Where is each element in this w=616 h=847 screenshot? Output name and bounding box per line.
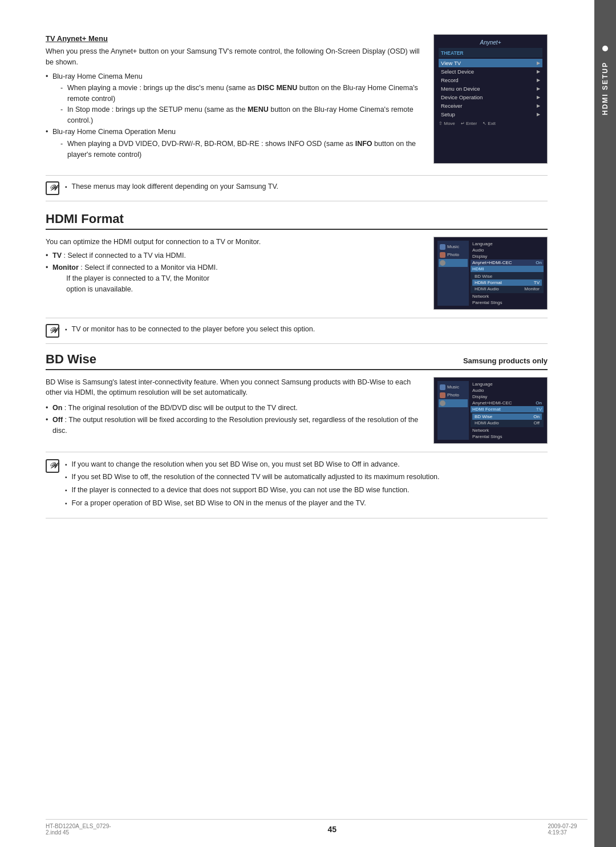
note-icon-3: 𝒲: [46, 459, 59, 473]
bdwise-bullet-off: Off : The output resolution will be fixe…: [46, 415, 422, 436]
footer-left: HT-BD1220A_ELS_0729-2.indd 45: [46, 823, 116, 836]
bdwise-note-2: If you set BD Wise to off, the resolutio…: [65, 472, 548, 483]
anynet-note-bullet: These menus may look different depending…: [65, 181, 278, 192]
anynet-text: TV Anynet+ Menu When you press the Anyne…: [46, 34, 422, 164]
anynet-intro: When you press the Anynet+ button on you…: [46, 46, 422, 68]
anynet-sub-2-1: When playing a DVD VIDEO, DVD-RW/-R, BD-…: [60, 139, 422, 160]
hdmi-bullet-monitor: Monitor : Select if connected to a Monit…: [46, 262, 422, 294]
page-container: HDMI SETUP TV Anynet+ Menu When you pres…: [0, 0, 616, 847]
bdwise-note-1: If you want to change the resolution whe…: [65, 459, 548, 470]
osd-item-receiver: Receiver▶: [439, 102, 542, 110]
anynet-bullet-list: Blu-ray Home Cinema Menu When playing a …: [46, 71, 422, 160]
bdwise-notes: 𝒲 If you want to change the resolution w…: [46, 452, 548, 518]
hdmi-format-intro: You can optimize the HDMI output for con…: [46, 237, 422, 248]
side-tab-dot: [602, 46, 608, 51]
note-icon-1: 𝒲: [46, 181, 59, 195]
hdmi-format-bullets: TV : Select if connected to a TV via HDM…: [46, 250, 422, 294]
hdmi-note-box: 𝒲 TV or monitor has to be connected to t…: [46, 318, 548, 344]
bdwise-header-line: BD Wise Samsung products only: [46, 352, 548, 370]
anynet-section: TV Anynet+ Menu When you press the Anyne…: [46, 34, 548, 164]
anynet-sub-list-1: When playing a movie : brings up the dis…: [52, 83, 422, 125]
bdwise-heading: BD Wise: [46, 352, 463, 367]
anynet-bullet-2: Blu-ray Home Cinema Operation Menu When …: [46, 127, 422, 160]
anynet-sub-1-1: When playing a movie : brings up the dis…: [60, 83, 422, 104]
anynet-osd-footer: ⇧ Move↵ Enter↖ Exit: [439, 121, 542, 126]
bdwise-osd: Music Photo Language: [433, 377, 548, 444]
bdwise-note-3: If the player is connected to a device t…: [65, 485, 548, 496]
osd-item-selectdevice: Select Device▶: [439, 67, 542, 76]
content-area: TV Anynet+ Menu When you press the Anyne…: [46, 34, 576, 518]
anynet-sub-1-2: In Stop mode : brings up the SETUP menu …: [60, 104, 422, 126]
bdwise-bullets: On : The original resolution of the BD/D…: [46, 403, 422, 436]
anynet-osd-header: Anynet+: [439, 39, 542, 46]
bdwise-notes-list: If you want to change the resolution whe…: [65, 459, 548, 511]
anynet-note-text: These menus may look different depending…: [65, 181, 278, 194]
anynet-osd: Anynet+ THEATER View TV▶ Select Device▶ …: [433, 34, 548, 164]
hdmi-note-text: TV or monitor has to be connected to the…: [65, 324, 315, 337]
osd-item-setup: Setup▶: [439, 110, 542, 119]
osd-item-record: Record▶: [439, 76, 542, 84]
osd-item-viewtv: View TV▶: [439, 59, 542, 67]
bdwise-content: BD Wise is Samsung's latest inter-connec…: [46, 377, 548, 444]
anynet-title: TV Anynet+ Menu: [46, 34, 422, 43]
hdmi-osd: Music Photo Language: [433, 237, 548, 310]
anynet-sub-list-2: When playing a DVD VIDEO, DVD-RW/-R, BD-…: [52, 139, 422, 160]
hdmi-format-heading: HDMI Format: [46, 212, 548, 230]
side-tab-label: HDMI SETUP: [601, 62, 609, 115]
footer-right: 2009-07-29 4:19:37: [548, 823, 587, 836]
hdmi-format-text: You can optimize the HDMI output for con…: [46, 237, 422, 310]
page-footer: HT-BD1220A_ELS_0729-2.indd 45 45 2009-07…: [46, 819, 587, 836]
bdwise-text: BD Wise is Samsung's latest inter-connec…: [46, 377, 422, 444]
samsung-only: Samsung products only: [463, 356, 548, 365]
page-number: 45: [116, 825, 548, 834]
osd-item-menuondevice: Menu on Device▶: [439, 84, 542, 93]
hdmi-note-bullet: TV or monitor has to be connected to the…: [65, 324, 315, 335]
note-icon-2: 𝒲: [46, 324, 59, 338]
osd-item-deviceop: Device Operation▶: [439, 93, 542, 102]
side-tab: HDMI SETUP: [594, 0, 616, 847]
anynet-bullet-1: Blu-ray Home Cinema Menu When playing a …: [46, 71, 422, 126]
bdwise-bullet-on: On : The original resolution of the BD/D…: [46, 403, 422, 414]
bdwise-intro: BD Wise is Samsung's latest inter-connec…: [46, 377, 422, 399]
anynet-note-box: 𝒲 These menus may look different dependi…: [46, 175, 548, 201]
hdmi-format-section: You can optimize the HDMI output for con…: [46, 237, 548, 310]
hdmi-bullet-tv: TV : Select if connected to a TV via HDM…: [46, 250, 422, 261]
bdwise-note-4: For a proper operation of BD Wise, set B…: [65, 498, 548, 509]
